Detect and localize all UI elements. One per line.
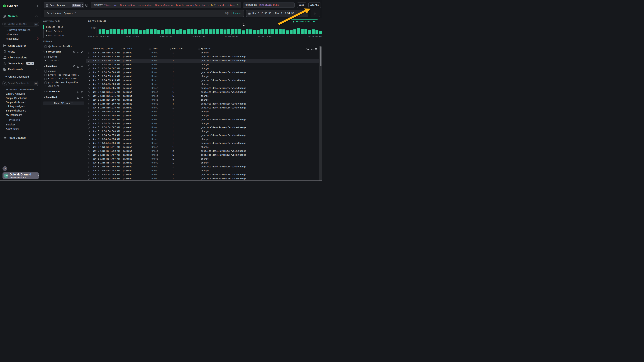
svg-text:10:46:45 AM: 10:46:45 AM xyxy=(192,35,205,37)
svg-text:10:49:00 AM: 10:49:00 AM xyxy=(225,35,238,37)
svg-text:10:44:30 AM: 10:44:30 AM xyxy=(158,35,172,37)
svg-text:10:51:15 AM: 10:51:15 AM xyxy=(258,35,272,37)
svg-text:300: 300 xyxy=(91,27,95,29)
svg-text:10:54:45 AM: 10:54:45 AM xyxy=(308,35,322,37)
svg-text:Nov 6 10:39:45 AM: Nov 6 10:39:45 AM xyxy=(88,35,109,37)
svg-text:10:42:15 AM: 10:42:15 AM xyxy=(125,35,139,37)
